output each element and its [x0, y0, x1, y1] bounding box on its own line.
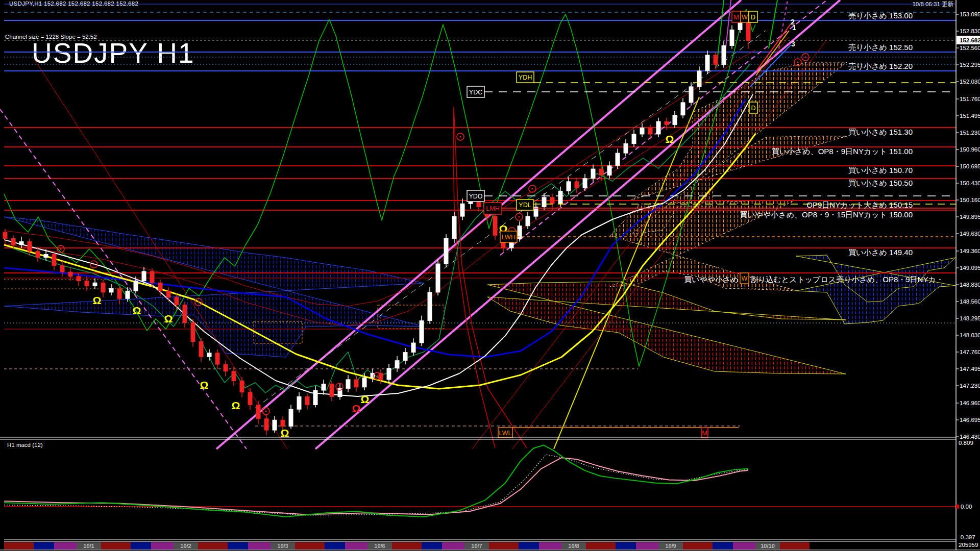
circle-dot-icon [60, 248, 61, 249]
omega-marker: Ω [361, 393, 370, 405]
circle-dot-icon [265, 410, 266, 412]
chart-window: USDJPY,H1 152.682 152.682 152.682 152.68… [0, 0, 980, 551]
price-tick-label: 148.030 [960, 332, 980, 338]
candle [60, 261, 64, 277]
candle-body [616, 153, 620, 166]
circle-dot-icon [198, 301, 199, 303]
current-price-label: 152.682 [960, 37, 980, 43]
candle-body [591, 169, 595, 179]
omega-marker: Ω [164, 313, 173, 324]
macd-min-label: -0.397 [959, 534, 975, 540]
candle-body [567, 182, 571, 191]
session-axis: 10/110/210/310/610/7LON10/810/910/10 [4, 542, 810, 549]
candle-body [215, 353, 219, 364]
candle-body [28, 242, 32, 252]
label-box-text: YDL [519, 202, 531, 209]
session-segment [422, 542, 442, 549]
candle-body [354, 380, 358, 387]
label-box-text: YDO [469, 193, 482, 200]
session-segment [713, 542, 733, 549]
candle [330, 381, 334, 401]
session-segment [151, 542, 174, 549]
candle [403, 348, 407, 364]
date-label: 10/6 [374, 543, 385, 549]
price-tick-label: 146.960 [960, 400, 980, 406]
price-tick-label: 152.030 [960, 79, 980, 85]
circle-dot-icon [804, 56, 806, 58]
candle-body [705, 55, 709, 71]
candle [207, 349, 211, 360]
candle-body [191, 322, 195, 341]
candle [575, 178, 579, 193]
candle-body [199, 342, 203, 357]
candle-body [322, 384, 326, 390]
level-annotation: 買いやや小さめ、OP8・9・15日NYカット 150.00 [740, 210, 913, 219]
price-tick-label: 148.295 [960, 315, 980, 321]
session-segment [780, 542, 810, 549]
date-label: 10/2 [180, 543, 191, 549]
price-tick-label: 150.160 [960, 197, 980, 203]
session-segment [489, 542, 519, 549]
candle [191, 319, 195, 347]
candle [534, 203, 538, 219]
candle [387, 364, 391, 383]
candle-body [240, 381, 244, 392]
candle-body [313, 390, 317, 405]
omega-marker: Ω [666, 133, 674, 145]
session-segment [683, 542, 713, 549]
candle [583, 174, 587, 191]
session-segment [586, 542, 616, 549]
candle [656, 118, 660, 137]
candle-body [681, 103, 685, 115]
candle [714, 52, 718, 70]
candle-body [673, 115, 677, 125]
trend-line [472, 37, 789, 449]
candle [101, 280, 105, 297]
candle-body [101, 283, 105, 292]
signal-circle-marker [802, 54, 809, 61]
price-axis[interactable]: 0.8090.00-0.397205959153.095152.830152.5… [956, 0, 980, 550]
candle-body [411, 343, 415, 353]
candle [264, 415, 268, 435]
candle-body [85, 281, 89, 286]
candle-body [256, 405, 260, 419]
circle-dot-icon [518, 216, 520, 217]
candle-body [387, 368, 391, 380]
candle-body [158, 283, 162, 291]
candle-body [134, 281, 138, 291]
signal-circle-marker [262, 408, 270, 415]
candle [411, 338, 415, 355]
candle-body [166, 291, 170, 297]
date-label: 10/8 [568, 543, 579, 549]
candle [607, 161, 611, 178]
candle-body [117, 288, 121, 298]
candle-body [68, 272, 72, 277]
date-label: 10/3 [277, 543, 288, 549]
candle [28, 238, 32, 255]
price-label-box-d: D [749, 11, 757, 22]
date-label: 10/10 [761, 543, 775, 549]
price-label-box-m: M [701, 428, 708, 438]
date-label: 10/9 [665, 543, 676, 549]
macd-zero-label: 0.00 [961, 504, 972, 510]
candle [322, 380, 326, 395]
session-segment [539, 542, 561, 549]
trend-line [512, 40, 827, 449]
label-box-text: W [742, 14, 748, 21]
level-annotation: 買い小さめ、OP8・9日NYカット 151.00 [772, 147, 913, 156]
level-annotation: 売り小さめ 153.00 [848, 11, 913, 20]
price-label-box-m: M [732, 11, 741, 22]
candle-body [746, 20, 750, 41]
price-tick-label: 147.230 [960, 383, 980, 389]
chart-canvas[interactable]: 213ΩΩΩΩΩΩΩΩΩΩYDHYDCYDOLMHYDLLWHLWLMMWDDW… [0, 0, 980, 551]
price-label-box-ydc: YDC [467, 86, 956, 97]
trend-line [779, 0, 788, 48]
candle [93, 279, 97, 289]
candle-body [330, 384, 334, 397]
session-segment [101, 542, 131, 549]
candle [109, 284, 113, 295]
circle-dot-icon [376, 375, 378, 377]
candle [673, 111, 677, 128]
candle-body [583, 179, 587, 188]
session-segment [636, 542, 658, 549]
